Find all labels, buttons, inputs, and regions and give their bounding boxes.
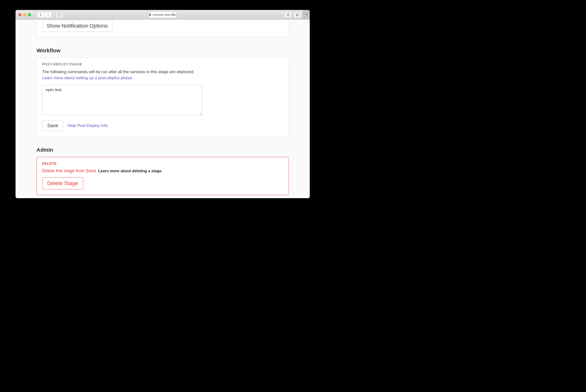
delete-learn-more-link[interactable]: Learn more about deleting a stage. [98,169,162,173]
traffic-lights [19,13,31,16]
show-notification-options-button[interactable]: Show Notification Options [42,20,113,32]
svg-rect-2 [149,14,151,16]
delete-description-text: Delete this stage from Seed. [42,168,97,173]
reload-button[interactable] [171,13,175,17]
share-button[interactable] [284,12,292,18]
admin-heading: Admin [37,147,289,153]
lock-icon [149,13,151,16]
delete-description: Delete this stage from Seed. Learn more … [42,168,283,174]
post-deploy-learn-more-link[interactable]: Learn more about setting up a post-deplo… [42,76,133,80]
nav-buttons [37,12,52,18]
sidebar-toggle-button[interactable] [56,12,63,18]
toolbar-right: + [284,10,307,20]
forward-button[interactable] [44,12,52,18]
notifications-panel: Show Notification Options [37,20,289,37]
post-deploy-description-text: The following commands will be run after… [42,70,194,74]
maximize-window-button[interactable] [28,13,31,16]
minimize-window-button[interactable] [23,13,26,16]
save-button[interactable]: Save [42,120,64,131]
delete-label: DELETE [42,162,283,166]
post-deploy-phase-label: POST-DEPLOY PHASE [42,62,283,66]
hide-post-deploy-link[interactable]: Hide Post-Deploy Info [68,123,108,128]
address-bar[interactable]: console.seed.run [148,12,177,18]
post-deploy-commands-input[interactable] [42,85,202,115]
browser-window: console.seed.run + Show Notification Opt… [16,10,310,198]
admin-panel: DELETE Delete this stage from Seed. Lear… [37,157,289,195]
svg-rect-5 [297,14,299,16]
post-deploy-description: The following commands will be run after… [42,69,202,81]
post-deploy-actions: Save Hide Post-Deploy Info [42,120,283,131]
page-content: Show Notification Options Workflow POST-… [16,20,310,198]
delete-stage-button[interactable]: Delete Stage [42,177,83,190]
back-button[interactable] [37,12,44,18]
titlebar: console.seed.run + [16,10,310,20]
workflow-heading: Workflow [37,48,289,54]
close-window-button[interactable] [19,13,21,16]
tabs-button[interactable] [294,12,301,18]
svg-rect-0 [58,13,61,16]
workflow-panel: POST-DEPLOY PHASE The following commands… [37,58,289,137]
new-tab-button[interactable]: + [303,10,310,20]
